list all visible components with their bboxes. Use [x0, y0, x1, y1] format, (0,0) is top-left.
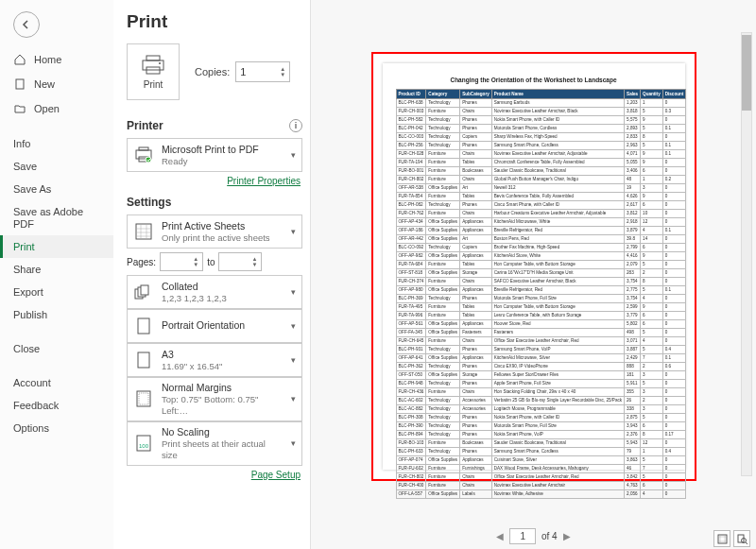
table-row: BLC-CO-092TechnologyCopiersBrother Fax M… [396, 243, 686, 251]
svg-point-4 [159, 62, 161, 64]
scaling-dropdown[interactable]: 100 No ScalingPrint sheets at their actu… [127, 421, 302, 466]
sidebar-item-home[interactable]: Home [0, 47, 113, 72]
sidebar-label: Share [13, 264, 41, 275]
table-row: BLC-PH-390TechnologyPhonesMotorola Smart… [396, 421, 686, 430]
sidebar-item-saveadobe[interactable]: Save as Adobe PDF [0, 200, 113, 235]
printer-info-icon[interactable]: i [289, 119, 302, 132]
table-row: OFF-AP-186Office SuppliesAppliancesBrevi… [396, 226, 686, 234]
table-row: BLC-PH-308TechnologyPhonesNokia Smart Ph… [396, 413, 686, 421]
collation-dropdown[interactable]: Collated1,2,3 1,2,3 1,2,3 ▾ [127, 275, 302, 309]
printer-device-icon [133, 145, 154, 165]
print-button-label: Print [144, 79, 163, 90]
svg-rect-13 [138, 318, 149, 334]
sidebar-item-share[interactable]: Share [0, 258, 113, 281]
sidebar-item-print[interactable]: Print [0, 235, 113, 258]
table-row: BLC-AC-602TechnologyAccessoriesVerbatim … [396, 396, 686, 404]
sidebar-label: Save as Adobe PDF [13, 206, 100, 230]
sidebar-item-save[interactable]: Save [0, 155, 113, 178]
sidebar-item-options[interactable]: Options [0, 417, 113, 439]
table-row: FUR-CH-436FurnitureChairsHon Stacking Fo… [396, 387, 686, 396]
highlight-box: Changing the Orientation of the Workshee… [371, 52, 696, 481]
table-row: FUR-CH-003FurnitureChairsNovimex Executi… [396, 107, 686, 115]
svg-rect-16 [139, 393, 148, 404]
new-icon [13, 77, 26, 91]
prev-page-button[interactable]: ◀ [496, 531, 504, 541]
svg-rect-6 [139, 147, 148, 150]
zoom-icon [737, 534, 747, 544]
total-pages-label: of 4 [541, 531, 558, 541]
page-to-input[interactable]: ▲▼ [218, 252, 262, 271]
table-row: OFF-AP-561Office SuppliesAppliancesHoove… [396, 319, 686, 328]
chevron-down-icon: ▾ [291, 321, 296, 331]
sidebar-item-account[interactable]: Account [0, 371, 113, 394]
table-row: FUR-CH-028FurnitureChairsNovimex Executi… [396, 149, 686, 158]
table-row: BLC-PH-369TechnologyPhonesMotorola Smart… [396, 294, 686, 302]
table-row: FUR-TA-684FurnitureTablesHon Computer Ta… [396, 260, 686, 268]
sidebar-label: Info [13, 138, 30, 149]
table-row: BLC-PH-894TechnologyPhonesNokia Smart Ph… [396, 430, 686, 438]
table-row: BLC-CO-003TechnologyCopiersSharp Wireles… [396, 132, 686, 141]
sidebar-item-info[interactable]: Info [0, 132, 113, 155]
show-margins-button[interactable] [713, 530, 730, 547]
sidebar-item-new[interactable]: New [0, 72, 113, 96]
copies-input[interactable]: 1 ▲▼ [235, 61, 290, 82]
current-page-input[interactable]: 1 [509, 528, 536, 544]
table-row: FUR-TA-854FurnitureTablesBevis Conferenc… [396, 192, 686, 200]
printer-properties-link[interactable]: Printer Properties [129, 176, 301, 186]
svg-rect-14 [138, 352, 149, 368]
spinner-arrows[interactable]: ▲▼ [280, 66, 285, 77]
table-row: FUR-FU-602FurnitureFurnishingsDAX Wood F… [396, 464, 686, 472]
table-row: BLC-PH-948TechnologyPhonesApple Smart Ph… [396, 379, 686, 387]
table-row: OFF-AP-980Office SuppliesAppliancesBrevi… [396, 285, 686, 294]
portrait-icon [133, 316, 154, 336]
chevron-down-icon: ▾ [291, 438, 296, 448]
sidebar-item-close[interactable]: Close [0, 337, 113, 360]
table-row: BLC-PH-082TechnologyPhonesCisco Smart Ph… [396, 200, 686, 209]
sheets-icon [133, 221, 154, 242]
print-button[interactable]: Print [127, 43, 180, 100]
table-row: BLC-PH-931TechnologyPhonesSamsung Smart … [396, 345, 686, 353]
printer-icon [141, 55, 165, 76]
page-from-input[interactable]: ▲▼ [160, 252, 203, 271]
printer-dropdown[interactable]: Microsoft Print to PDFReady ▾ [127, 138, 302, 172]
margins-toggle-icon [717, 534, 728, 544]
table-row: BLC-AC-882TechnologyAccessoriesLogitech … [396, 404, 686, 413]
copies-value: 1 [240, 66, 246, 77]
next-page-button[interactable]: ▶ [563, 531, 571, 541]
sidebar-item-publish[interactable]: Publish [0, 303, 113, 326]
table-row: OFF-AP-982Office SuppliesAppliancesKitch… [396, 251, 686, 260]
svg-rect-0 [16, 79, 24, 89]
page-setup-link[interactable]: Page Setup [129, 470, 301, 480]
preview-table: Product IDCategorySubCategoryProduct Nam… [396, 89, 687, 499]
orientation-dropdown[interactable]: Portrait Orientation ▾ [127, 309, 302, 343]
table-row: OFF-AR-538Office SuppliesArtNewell 31219… [396, 183, 686, 192]
table-row: FUR-CH-645FurnitureChairsOffice Star Exe… [396, 336, 686, 345]
paper-size-dropdown[interactable]: A311.69" x 16.54" ▾ [127, 343, 302, 377]
sidebar-item-feedback[interactable]: Feedback [0, 394, 113, 417]
home-icon [13, 53, 26, 66]
margins-dropdown[interactable]: Normal MarginsTop: 0.75" Bottom: 0.75" L… [127, 377, 302, 421]
sidebar-item-saveas[interactable]: Save As [0, 178, 113, 200]
margins-icon [133, 388, 154, 409]
table-row: OFF-AR-442Office SuppliesArtBoston Pens,… [396, 234, 686, 243]
scaling-icon: 100 [133, 433, 154, 454]
table-row: OFF-AP-641Office SuppliesAppliancesKitch… [396, 353, 686, 362]
back-button[interactable] [13, 11, 40, 38]
table-row: BLC-PH-256TechnologyPhonesSamsung Smart … [396, 141, 686, 149]
print-what-dropdown[interactable]: Print Active SheetsOnly print the active… [127, 214, 302, 249]
sidebar-item-export[interactable]: Export [0, 281, 113, 303]
print-preview-area: Changing the Orientation of the Workshee… [310, 0, 756, 549]
table-row: FUR-TA-194FurnitureTablesChromcraft Conf… [396, 158, 686, 166]
svg-rect-1 [146, 56, 160, 60]
svg-rect-12 [141, 285, 148, 295]
table-row: FUR-CH-400FurnitureChairsNovimex Executi… [396, 481, 686, 489]
table-row: BLC-PH-638TechnologyPhonesSamsung Earbud… [396, 98, 686, 107]
pages-range-row: Pages: ▲▼ to ▲▼ [127, 252, 302, 271]
table-row: BLC-PH-633TechnologyPhonesSamsung Smart … [396, 447, 686, 455]
table-row: OFF-FA-345Office SuppliesFastenersFasten… [396, 328, 686, 336]
zoom-to-page-button[interactable] [733, 530, 750, 547]
printer-section-title: Printer i [127, 119, 302, 132]
table-row: BLC-PH-042TechnologyPhonesMotorola Smart… [396, 124, 686, 132]
table-row: OFF-ST-050Office SuppliesStorageFellowes… [396, 370, 686, 379]
sidebar-item-open[interactable]: Open [0, 96, 113, 121]
